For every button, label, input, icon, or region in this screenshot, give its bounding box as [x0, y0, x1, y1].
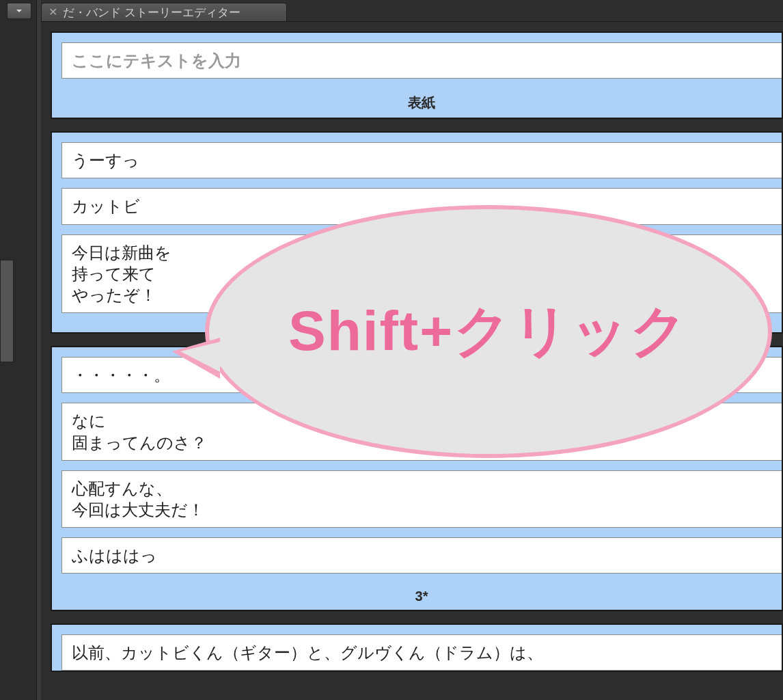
- text-box[interactable]: ふはははっ: [61, 537, 782, 574]
- tab-menu-dropdown[interactable]: [7, 3, 31, 19]
- text-box[interactable]: 心配すんな、 今回は大丈夫だ！: [61, 470, 782, 528]
- left-panel-stub: [0, 260, 14, 362]
- page-block[interactable]: うーすっ カットビ 今日は新曲を 持って来て やったぞ！: [51, 131, 783, 334]
- left-rail: [0, 0, 37, 700]
- chevron-down-icon: [16, 8, 23, 14]
- page-footer-label: 表紙: [61, 88, 782, 113]
- text-box[interactable]: 以前、カットビくん（ギター）と、グルヴくん（ドラム）は、: [61, 634, 782, 671]
- page-footer-label: 3*: [61, 583, 782, 606]
- page-block[interactable]: 以前、カットビくん（ギター）と、グルヴくん（ドラム）は、: [51, 623, 783, 672]
- text-box[interactable]: 今日は新曲を 持って来て やったぞ！: [61, 234, 782, 314]
- app-root: ✕ だ・バンド ストーリーエディター ここにテキストを入力 表紙 うーすっ カッ…: [0, 0, 783, 700]
- text-box[interactable]: カットビ: [61, 188, 782, 224]
- close-icon[interactable]: ✕: [49, 7, 57, 18]
- editor-viewport[interactable]: ここにテキストを入力 表紙 うーすっ カットビ 今日は新曲を 持って来て やった…: [41, 22, 783, 700]
- tab-story-editor[interactable]: ✕ だ・バンド ストーリーエディター: [41, 3, 287, 21]
- tab-title: だ・バンド ストーリーエディター: [63, 5, 241, 21]
- text-box[interactable]: うーすっ: [61, 142, 782, 178]
- tab-bar: ✕ だ・バンド ストーリーエディター: [41, 0, 783, 22]
- text-box[interactable]: ・・・・・。: [61, 357, 782, 393]
- text-box[interactable]: なに 固まってんのさ？: [61, 403, 782, 460]
- page-block[interactable]: ここにテキストを入力 表紙: [51, 31, 783, 119]
- page-block[interactable]: ・・・・・。 なに 固まってんのさ？ 心配すんな、 今回は大丈夫だ！ ふはははっ…: [51, 346, 783, 611]
- text-input-placeholder[interactable]: ここにテキストを入力: [61, 42, 782, 79]
